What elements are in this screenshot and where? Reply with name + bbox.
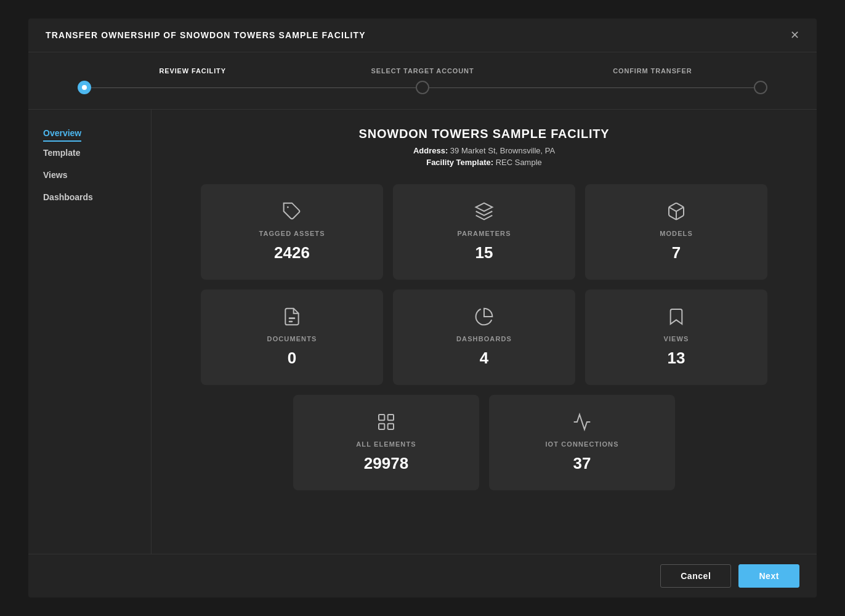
modal-header: TRANSFER OWNERSHIP OF SNOWDON TOWERS SAM… bbox=[28, 18, 817, 52]
stat-card-dashboards: DASHBOARDS 4 bbox=[393, 290, 575, 385]
stepper-labels: REVIEW FACILITY SELECT TARGET ACCOUNT CO… bbox=[78, 67, 767, 75]
stat-card-documents: DOCUMENTS 0 bbox=[201, 290, 383, 385]
transfer-ownership-modal: TRANSFER OWNERSHIP OF SNOWDON TOWERS SAM… bbox=[28, 18, 817, 598]
stat-card-models: MODELS 7 bbox=[585, 184, 767, 280]
close-icon[interactable]: ✕ bbox=[790, 30, 799, 41]
stat-card-iot-connections: IoT CONNECTIONS 37 bbox=[489, 395, 675, 490]
modal-title: TRANSFER OWNERSHIP OF SNOWDON TOWERS SAM… bbox=[46, 30, 366, 40]
views-label: VIEWS bbox=[664, 335, 689, 342]
tagged-assets-value: 2426 bbox=[274, 243, 310, 262]
sidebar-item-template[interactable]: Template bbox=[28, 142, 151, 164]
all-elements-label: ALL ELEMENTS bbox=[356, 440, 416, 448]
activity-icon bbox=[572, 412, 592, 434]
models-label: MODELS bbox=[660, 230, 693, 237]
step-label-1: REVIEW FACILITY bbox=[78, 67, 307, 75]
stepper-line-2 bbox=[429, 87, 754, 88]
stepper: REVIEW FACILITY SELECT TARGET ACCOUNT CO… bbox=[28, 52, 817, 110]
stats-grid-bottom: ALL ELEMENTS 29978 IoT CONNECTIONS 37 bbox=[293, 395, 675, 490]
stepper-track bbox=[78, 81, 767, 94]
layers-icon bbox=[474, 201, 494, 224]
dashboards-value: 4 bbox=[480, 349, 488, 368]
sidebar: Overview Template Views Dashboards bbox=[28, 110, 152, 554]
stepper-line-1 bbox=[91, 87, 416, 88]
models-value: 7 bbox=[672, 243, 681, 262]
step-dot-1 bbox=[78, 81, 91, 94]
step-label-2: SELECT TARGET ACCOUNT bbox=[307, 67, 537, 75]
stat-card-parameters: PARAMETERS 15 bbox=[393, 184, 575, 280]
views-value: 13 bbox=[668, 349, 685, 368]
modal-footer: Cancel Next bbox=[28, 554, 817, 598]
sidebar-item-overview[interactable]: Overview bbox=[43, 122, 81, 142]
stat-card-all-elements: ALL ELEMENTS 29978 bbox=[293, 395, 479, 490]
step-dot-3 bbox=[754, 81, 767, 94]
modal-body: Overview Template Views Dashboards SNOWD… bbox=[28, 110, 817, 554]
documents-value: 0 bbox=[288, 349, 296, 368]
main-content: SNOWDON TOWERS SAMPLE FACILITY Address: … bbox=[152, 110, 817, 554]
parameters-label: PARAMETERS bbox=[457, 230, 511, 237]
sidebar-item-views[interactable]: Views bbox=[28, 164, 151, 186]
iot-connections-value: 37 bbox=[573, 454, 591, 473]
document-icon bbox=[282, 307, 302, 329]
iot-connections-label: IoT CONNECTIONS bbox=[545, 440, 618, 448]
next-button[interactable]: Next bbox=[738, 564, 799, 588]
facility-name: SNOWDON TOWERS SAMPLE FACILITY bbox=[359, 127, 610, 141]
tag-icon bbox=[282, 201, 302, 224]
tagged-assets-label: TAGGED ASSETS bbox=[259, 230, 325, 237]
pie-chart-icon bbox=[474, 307, 494, 329]
svg-rect-4 bbox=[289, 321, 293, 323]
parameters-value: 15 bbox=[475, 243, 493, 262]
step-label-3: CONFIRM TRANSFER bbox=[538, 67, 767, 75]
facility-address: Address: 39 Market St, Brownsville, PA bbox=[413, 146, 555, 155]
sidebar-item-dashboards[interactable]: Dashboards bbox=[28, 186, 151, 208]
dashboards-label: DASHBOARDS bbox=[456, 335, 512, 342]
step-dot-2 bbox=[416, 81, 429, 94]
svg-marker-1 bbox=[476, 203, 493, 211]
cancel-button[interactable]: Cancel bbox=[660, 564, 731, 588]
stat-card-tagged-assets: TAGGED ASSETS 2426 bbox=[201, 184, 383, 280]
facility-template: Facility Template: REC Sample bbox=[426, 158, 542, 167]
bookmark-icon bbox=[666, 307, 686, 329]
stat-card-views: VIEWS 13 bbox=[585, 290, 767, 385]
svg-rect-5 bbox=[379, 415, 384, 420]
all-elements-value: 29978 bbox=[364, 454, 408, 473]
svg-rect-7 bbox=[379, 424, 384, 429]
svg-rect-3 bbox=[289, 317, 296, 319]
documents-label: DOCUMENTS bbox=[267, 335, 317, 342]
svg-rect-8 bbox=[388, 424, 394, 429]
grid-icon bbox=[376, 412, 396, 434]
stats-grid-top: TAGGED ASSETS 2426 PARAMETERS 15 bbox=[201, 184, 767, 385]
svg-rect-6 bbox=[388, 415, 394, 420]
cube-icon bbox=[666, 201, 686, 224]
